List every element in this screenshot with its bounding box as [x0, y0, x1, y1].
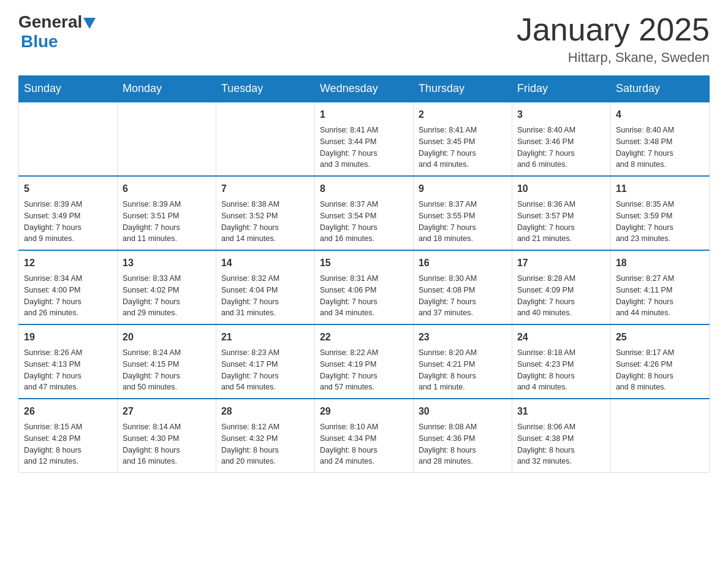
- day-info: Daylight: 7 hours: [24, 296, 112, 308]
- day-info: and 16 minutes.: [123, 456, 211, 467]
- day-info: and 8 minutes.: [616, 159, 704, 170]
- day-info: Sunrise: 8:14 AM: [123, 421, 211, 433]
- weekday-header-wednesday: Wednesday: [314, 76, 413, 102]
- day-info: Sunset: 4:09 PM: [517, 285, 605, 296]
- day-number: 4: [616, 107, 704, 122]
- day-info: Sunset: 3:55 PM: [419, 210, 507, 222]
- day-info: Sunrise: 8:31 AM: [320, 273, 408, 285]
- day-info: Sunset: 4:00 PM: [24, 285, 112, 296]
- day-number: 2: [419, 107, 507, 122]
- day-info: Sunrise: 8:40 AM: [517, 124, 605, 136]
- calendar-cell: 10Sunrise: 8:36 AMSunset: 3:57 PMDayligh…: [512, 176, 610, 250]
- day-number: 31: [517, 404, 605, 419]
- weekday-header-sunday: Sunday: [19, 76, 118, 102]
- day-info: and 18 minutes.: [419, 233, 507, 245]
- calendar-cell: 9Sunrise: 8:37 AMSunset: 3:55 PMDaylight…: [413, 176, 512, 250]
- day-info: and 57 minutes.: [320, 381, 408, 393]
- day-number: 9: [419, 182, 507, 196]
- day-info: and 26 minutes.: [24, 307, 112, 319]
- day-info: Sunrise: 8:15 AM: [24, 421, 112, 433]
- day-number: 5: [24, 182, 112, 196]
- day-info: Daylight: 7 hours: [419, 148, 507, 159]
- day-number: 15: [320, 256, 408, 270]
- calendar-cell: 3Sunrise: 8:40 AMSunset: 3:46 PMDaylight…: [512, 102, 610, 176]
- day-number: 28: [221, 404, 309, 419]
- day-info: Sunrise: 8:39 AM: [24, 199, 112, 210]
- day-info: Daylight: 7 hours: [123, 296, 211, 308]
- day-info: Daylight: 7 hours: [320, 148, 408, 159]
- calendar-cell: [216, 102, 314, 176]
- day-info: Sunrise: 8:30 AM: [419, 273, 507, 285]
- day-number: 25: [616, 330, 704, 345]
- calendar-week-2: 5Sunrise: 8:39 AMSunset: 3:49 PMDaylight…: [19, 176, 710, 250]
- day-number: 12: [24, 256, 112, 270]
- day-info: Daylight: 7 hours: [616, 296, 704, 308]
- calendar-cell: 18Sunrise: 8:27 AMSunset: 4:11 PMDayligh…: [610, 250, 709, 324]
- day-info: Sunset: 4:34 PM: [320, 433, 408, 445]
- day-info: Sunset: 3:44 PM: [320, 136, 408, 148]
- day-number: 11: [616, 182, 704, 196]
- day-info: Daylight: 7 hours: [24, 222, 112, 234]
- calendar-cell: 11Sunrise: 8:35 AMSunset: 3:59 PMDayligh…: [610, 176, 709, 250]
- day-info: Daylight: 8 hours: [419, 370, 507, 382]
- day-info: and 47 minutes.: [24, 381, 112, 393]
- day-info: Sunrise: 8:34 AM: [24, 273, 112, 285]
- day-info: Daylight: 8 hours: [419, 445, 507, 456]
- logo: General Blue: [18, 12, 97, 52]
- day-info: Sunrise: 8:32 AM: [221, 273, 309, 285]
- day-number: 10: [517, 182, 605, 196]
- calendar-cell: 1Sunrise: 8:41 AMSunset: 3:44 PMDaylight…: [314, 102, 413, 176]
- month-title: January 2025: [517, 12, 710, 47]
- day-number: 30: [419, 404, 507, 419]
- day-info: Sunset: 4:30 PM: [123, 433, 211, 445]
- day-info: and 44 minutes.: [616, 307, 704, 319]
- calendar-week-4: 19Sunrise: 8:26 AMSunset: 4:13 PMDayligh…: [19, 324, 710, 399]
- day-info: Sunrise: 8:26 AM: [24, 347, 112, 359]
- day-info: Sunset: 3:48 PM: [616, 136, 704, 148]
- day-info: Sunrise: 8:33 AM: [123, 273, 211, 285]
- day-number: 26: [24, 404, 112, 419]
- day-number: 14: [221, 256, 309, 270]
- calendar-cell: 5Sunrise: 8:39 AMSunset: 3:49 PMDaylight…: [19, 176, 118, 250]
- day-info: Sunrise: 8:36 AM: [517, 199, 605, 210]
- day-number: 3: [517, 107, 605, 122]
- day-info: Sunset: 3:57 PM: [517, 210, 605, 222]
- location-subtitle: Hittarp, Skane, Sweden: [517, 50, 710, 66]
- day-info: and 11 minutes.: [123, 233, 211, 245]
- day-info: and 4 minutes.: [517, 381, 605, 393]
- day-number: 27: [123, 404, 211, 419]
- calendar-cell: 6Sunrise: 8:39 AMSunset: 3:51 PMDaylight…: [117, 176, 216, 250]
- day-info: Daylight: 7 hours: [517, 222, 605, 234]
- calendar-cell: 28Sunrise: 8:12 AMSunset: 4:32 PMDayligh…: [216, 399, 314, 473]
- day-info: Sunrise: 8:08 AM: [419, 421, 507, 433]
- page-header: General Blue January 2025 Hittarp, Skane…: [18, 12, 710, 66]
- calendar-cell: 25Sunrise: 8:17 AMSunset: 4:26 PMDayligh…: [610, 324, 709, 399]
- day-info: and 29 minutes.: [123, 307, 211, 319]
- day-info: Sunrise: 8:24 AM: [123, 347, 211, 359]
- day-info: and 50 minutes.: [123, 381, 211, 393]
- day-info: and 9 minutes.: [24, 233, 112, 245]
- day-info: Daylight: 8 hours: [320, 445, 408, 456]
- calendar-cell: 24Sunrise: 8:18 AMSunset: 4:23 PMDayligh…: [512, 324, 610, 399]
- calendar-cell: [19, 102, 118, 176]
- day-info: Daylight: 8 hours: [24, 445, 112, 456]
- calendar-week-3: 12Sunrise: 8:34 AMSunset: 4:00 PMDayligh…: [19, 250, 710, 324]
- day-info: Sunrise: 8:17 AM: [616, 347, 704, 359]
- day-info: Daylight: 7 hours: [221, 222, 309, 234]
- calendar-cell: 2Sunrise: 8:41 AMSunset: 3:45 PMDaylight…: [413, 102, 512, 176]
- calendar-cell: [117, 102, 216, 176]
- day-info: Daylight: 7 hours: [320, 296, 408, 308]
- day-info: Daylight: 8 hours: [517, 370, 605, 382]
- day-info: Sunset: 4:04 PM: [221, 285, 309, 296]
- day-info: Daylight: 7 hours: [221, 370, 309, 382]
- calendar-cell: 15Sunrise: 8:31 AMSunset: 4:06 PMDayligh…: [314, 250, 413, 324]
- day-info: and 8 minutes.: [616, 381, 704, 393]
- day-info: Daylight: 7 hours: [123, 222, 211, 234]
- day-info: Daylight: 7 hours: [123, 370, 211, 382]
- calendar-cell: 17Sunrise: 8:28 AMSunset: 4:09 PMDayligh…: [512, 250, 610, 324]
- calendar-cell: 8Sunrise: 8:37 AMSunset: 3:54 PMDaylight…: [314, 176, 413, 250]
- day-info: Sunrise: 8:40 AM: [616, 124, 704, 136]
- calendar-cell: 23Sunrise: 8:20 AMSunset: 4:21 PMDayligh…: [413, 324, 512, 399]
- calendar-cell: 7Sunrise: 8:38 AMSunset: 3:52 PMDaylight…: [216, 176, 314, 250]
- calendar-cell: 13Sunrise: 8:33 AMSunset: 4:02 PMDayligh…: [117, 250, 216, 324]
